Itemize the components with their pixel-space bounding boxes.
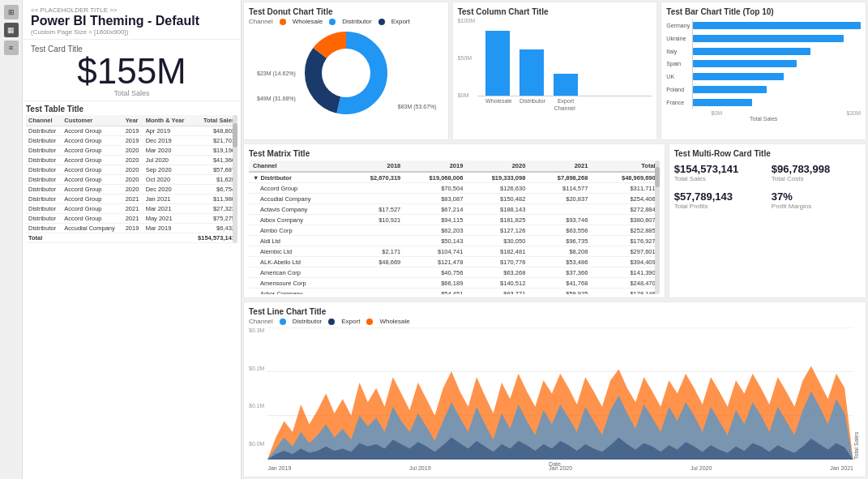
metric-value-3: $57,789,143 (674, 190, 763, 203)
metric-total-sales: $154,573,141 Total Sales (674, 163, 763, 182)
legend-export-label: Export (391, 18, 410, 25)
legend-distributor-label: Distributor (342, 18, 371, 25)
left-panel: << PLACEHOLDER TITLE >> Power BI Theming… (23, 0, 242, 479)
subtitle: (Custom Page Size = [1600x900]) (31, 28, 233, 36)
column-chart-area: $100M $50M $0M (458, 18, 652, 111)
hbar-poland (693, 86, 767, 93)
table-row: DistributorAccord Group2021May 2021$75,2… (26, 213, 237, 223)
bar-export-rect (554, 74, 578, 96)
bar-export (554, 74, 578, 96)
y-axis: $100M $50M $0M (458, 18, 475, 111)
line-export-dot (328, 319, 335, 325)
donut-chart-area: $23M (14.62%) $83M (53.67%) $49M (31.68%… (249, 28, 443, 118)
line-chart-legend: Channel Distributor Export Wholesale (249, 318, 861, 325)
table-row: DistributorAccord Group2021Jan 2021$11,9… (26, 194, 237, 203)
hbar-spain (693, 60, 797, 67)
mcol-2021: 2021 (529, 160, 592, 172)
table-row: DistributorAccord Group2021Mar 2021$27,3… (26, 203, 237, 213)
donut-legend: Channel Wholesale Distributor Export (249, 18, 443, 25)
table-row: DistributorAccord Group2019Dec 2019$21,7… (26, 135, 237, 145)
svg-point-3 (322, 49, 370, 97)
bars-container (477, 18, 652, 96)
hbar-x-axis: $0M $20M (666, 110, 861, 116)
bar-chart-panel: Test Bar Chart Title (Top 10) Germany Uk… (661, 2, 866, 140)
table-total-row: Total$154,573,141 (26, 233, 237, 242)
matrix-row: Accudial Company$83,087$150,482$20,837$2… (249, 194, 660, 204)
bar-wholesale (485, 31, 510, 96)
mcol-2020: 2020 (467, 160, 529, 172)
right-panel: Test Donut Chart Title Channel Wholesale… (242, 0, 868, 479)
line-dist-dot (280, 319, 286, 325)
hbar-uk (693, 73, 784, 80)
metric-value-1: $154,573,141 (674, 163, 763, 175)
col-month-year: Month & Year (143, 115, 191, 126)
metric-value-4: 37% (772, 190, 861, 203)
table-section: Test Table Title Channel Customer Year M… (23, 101, 241, 479)
multi-row-card-panel: Test Multi-Row Card Title $154,573,141 T… (669, 143, 866, 298)
metric-label-1: Total Sales (674, 175, 763, 182)
bar-x-label: Total Sales (666, 116, 861, 122)
line-y-label: Total Sales (853, 327, 859, 460)
line-wholesale-label: Wholesale (379, 318, 409, 325)
donut-chart-title: Test Donut Chart Title (249, 7, 443, 16)
metric-margins: 37% Profit Margins (772, 190, 861, 210)
line-chart-row: Test Line Chart Title Channel Distributo… (242, 300, 868, 479)
matrix-row: Actavis Company$17,527$67,214$188,143$27… (249, 204, 660, 215)
mid-row: Test Matrix Title Channel 2018 2019 2020… (242, 142, 868, 300)
legend-line-channel: Channel (249, 318, 273, 325)
line-export-label: Export (341, 318, 360, 325)
sidebar-header: << PLACEHOLDER TITLE >> Power BI Theming… (23, 0, 241, 40)
line-chart-area: Jan 2019 Jul 2019 Jan 2020 Jul 2020 Jan … (267, 327, 853, 460)
mcol-2019: 2019 (404, 160, 467, 172)
matrix-scrollbar[interactable] (655, 160, 660, 294)
hbar-france (693, 99, 751, 106)
line-y-axis: $0.3M $0.2M $0.1M $0.0M (249, 327, 267, 460)
metric-label-2: Total Costs (772, 175, 861, 182)
donut-label-49m: $49M (31.68%) (257, 96, 296, 101)
multi-row-card-title: Test Multi-Row Card Title (674, 149, 861, 158)
multi-row-grid: $154,573,141 Total Sales $96,783,998 Tot… (674, 163, 861, 210)
matrix-row: Accord Group$70,504$126,630$114,577$311,… (249, 183, 660, 194)
nav-btn-data[interactable]: ≡ (4, 41, 19, 55)
placeholder-title: << PLACEHOLDER TITLE >> (31, 6, 233, 14)
col-customer: Customer (62, 115, 122, 126)
data-table: Channel Customer Year Month & Year Total… (26, 115, 237, 243)
mcol-2018: 2018 (347, 160, 404, 172)
donut-svg (301, 28, 391, 118)
legend-export-dot (378, 19, 385, 25)
card-label: Total Sales (31, 89, 233, 97)
col-total-sales: Total Sales (191, 115, 237, 126)
metric-total-costs: $96,783,998 Total Costs (772, 163, 861, 182)
hbars-container (692, 19, 861, 109)
line-chart-title: Test Line Chart Title (249, 307, 861, 316)
table-section-title: Test Table Title (26, 105, 237, 113)
line-chart-panel: Test Line Chart Title Channel Distributo… (243, 302, 866, 477)
card-value: $155M (31, 53, 233, 89)
metric-value-2: $96,783,998 (772, 163, 861, 175)
donut-label-83m: $83M (53.67%) (398, 104, 437, 109)
table-scrollbar[interactable] (233, 115, 237, 243)
x-labels: Wholesale Distributor Export (477, 96, 652, 105)
hbar-y-labels: Germany Ukraine Italy Spain UK Poland Fr… (666, 19, 690, 109)
donut-label-23m: $23M (14.62%) (257, 71, 296, 76)
matrix-row: Alembic Ltd$2,171$104,741$182,481$8,208$… (249, 246, 660, 257)
matrix-row: Aldi Ltd$50,143$30,050$96,735$176,927 (249, 236, 660, 246)
bar-wholesale-rect (485, 31, 510, 96)
legend-channel: Channel (249, 18, 273, 25)
matrix-row: Aimbo Corp$62,203$127,126$63,556$252,885 (249, 225, 660, 236)
nav-btn-home[interactable]: ⊞ (4, 5, 19, 19)
column-inner: Wholesale Distributor Export Channel (477, 18, 652, 111)
matrix-row: ALK-Abello Ltd$48,669$121,478$170,776$53… (249, 257, 660, 267)
bar-chart-area: Germany Ukraine Italy Spain UK Poland Fr… (666, 19, 861, 109)
line-chart-body: $0.3M $0.2M $0.1M $0.0M (249, 327, 861, 460)
table-row: DistributorAccord Group2020Dec 2020$6,75… (26, 184, 237, 194)
nav-btn-report[interactable]: ▦ (4, 23, 19, 37)
table-row: DistributorAccord Group2020Sep 2020$57,6… (26, 165, 237, 174)
mcol-channel: Channel (249, 160, 347, 172)
matrix-row: Arbor Company$54,451$63,771$59,925$178,1… (249, 289, 660, 295)
table-row: DistributorAccord Group2020Mar 2020$19,1… (26, 145, 237, 155)
line-wholesale-dot (366, 319, 373, 325)
top-row: Test Donut Chart Title Channel Wholesale… (242, 0, 868, 142)
matrix-panel: Test Matrix Title Channel 2018 2019 2020… (243, 143, 665, 298)
legend-wholesale-label: Wholesale (293, 18, 323, 25)
